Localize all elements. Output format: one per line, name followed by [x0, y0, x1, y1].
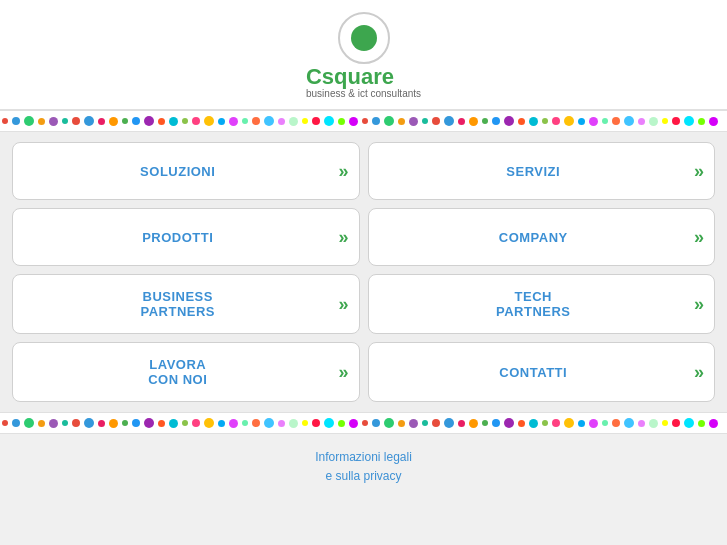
nav-label-tech-partners: TECHPARTNERS — [379, 289, 688, 319]
logo-brand: Csquare — [306, 66, 421, 88]
nav-item-prodotti[interactable]: PRODOTTI » — [12, 208, 360, 266]
logo-circle-outer — [338, 12, 390, 64]
top-dots-inner — [0, 114, 727, 128]
nav-label-contatti: CONTATTI — [379, 365, 688, 380]
nav-chevron-tech-partners: » — [694, 295, 704, 313]
nav-chevron-business-partners: » — [338, 295, 348, 313]
nav-item-contatti[interactable]: CONTATTI » — [368, 342, 716, 402]
nav-item-company[interactable]: COMPANY » — [368, 208, 716, 266]
nav-chevron-contatti: » — [694, 363, 704, 381]
bottom-dot-border — [0, 412, 727, 434]
logo-container: Csquare business & ict consultants — [306, 12, 421, 99]
top-dot-border — [0, 110, 727, 132]
nav-grid: SOLUZIONI » SERVIZI » PRODOTTI » COMPANY… — [0, 132, 727, 412]
nav-chevron-lavora-con-noi: » — [338, 363, 348, 381]
nav-item-soluzioni[interactable]: SOLUZIONI » — [12, 142, 360, 200]
nav-label-soluzioni: SOLUZIONI — [23, 164, 332, 179]
footer-link-privacy[interactable]: e sulla privacy — [0, 467, 727, 486]
nav-label-business-partners: BUSINESSPARTNERS — [23, 289, 332, 319]
header: Csquare business & ict consultants — [0, 0, 727, 110]
nav-label-prodotti: PRODOTTI — [23, 230, 332, 245]
nav-item-business-partners[interactable]: BUSINESSPARTNERS » — [12, 274, 360, 334]
nav-item-tech-partners[interactable]: TECHPARTNERS » — [368, 274, 716, 334]
nav-chevron-servizi: » — [694, 162, 704, 180]
nav-item-lavora-con-noi[interactable]: LAVORACON NOI » — [12, 342, 360, 402]
logo-subtitle: business & ict consultants — [306, 88, 421, 99]
nav-label-servizi: SERVIZI — [379, 164, 688, 179]
logo-circle-inner — [351, 25, 377, 51]
nav-label-company: COMPANY — [379, 230, 688, 245]
footer-links: Informazioni legali e sulla privacy — [0, 434, 727, 496]
nav-chevron-company: » — [694, 228, 704, 246]
nav-item-servizi[interactable]: SERVIZI » — [368, 142, 716, 200]
nav-chevron-soluzioni: » — [338, 162, 348, 180]
bottom-dots-inner — [0, 416, 727, 430]
footer-link-info[interactable]: Informazioni legali — [0, 448, 727, 467]
nav-chevron-prodotti: » — [338, 228, 348, 246]
nav-label-lavora-con-noi: LAVORACON NOI — [23, 357, 332, 387]
page-wrapper: Csquare business & ict consultants SOLUZ… — [0, 0, 727, 496]
logo-text: Csquare business & ict consultants — [306, 66, 421, 99]
